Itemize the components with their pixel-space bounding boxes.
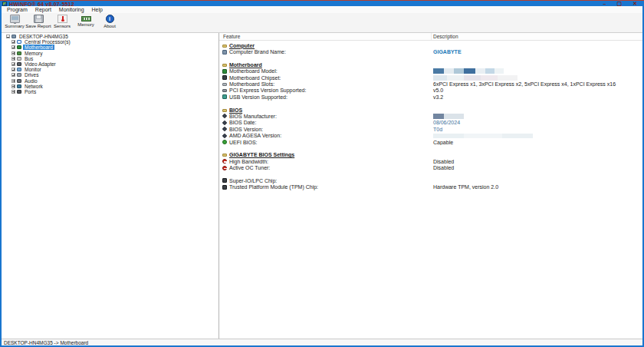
- tree-item-video-adapter[interactable]: Video Adapter: [3, 61, 218, 67]
- description-value: v3.2: [433, 94, 443, 100]
- list-row-computer-brand-name[interactable]: Computer Brand Name:GIGABYTE: [219, 48, 642, 55]
- tree-item-audio[interactable]: Audio: [3, 78, 218, 84]
- menu-help[interactable]: Help: [88, 7, 107, 12]
- redacted-value: [433, 75, 518, 81]
- drives-icon: [17, 73, 21, 77]
- tree-item-memory[interactable]: Memory: [3, 51, 218, 56]
- list-row-blank: [219, 145, 642, 151]
- tree-item-drives[interactable]: Drives: [3, 72, 218, 78]
- list-row-amd-agesa-version[interactable]: AMD AGESA Version:: [219, 132, 642, 138]
- cpu-icon: [17, 40, 21, 44]
- list-row-motherboard-model[interactable]: Motherboard Model:: [219, 68, 642, 74]
- expand-icon[interactable]: [12, 79, 15, 83]
- ram-icon: [81, 16, 91, 21]
- expand-icon[interactable]: [12, 40, 15, 44]
- list-row-super-io-lpc-chip[interactable]: Super-IO/LPC Chip:: [219, 177, 642, 183]
- summary-button[interactable]: Summary: [3, 15, 26, 32]
- feature-cell: GIGABYTE BIOS Settings: [219, 152, 432, 157]
- tree-item-desktop-hn4mg35[interactable]: DESKTOP-HN4MG35: [3, 34, 218, 39]
- description-cell: [432, 134, 642, 138]
- description-cell: [432, 68, 642, 74]
- list-row-uefi-bios[interactable]: UEFI BIOS:Capable: [219, 139, 642, 145]
- menu-monitoring[interactable]: Monitoring: [55, 7, 88, 12]
- description-value: T0d: [433, 127, 442, 132]
- tree-item-ports[interactable]: Ports: [3, 89, 218, 94]
- save-icon: [34, 15, 44, 23]
- feature-rows: ComputerComputer Brand Name:GIGABYTEMoth…: [219, 41, 642, 190]
- tree-item-label: Video Adapter: [23, 61, 58, 67]
- about-button[interactable]: iAbout: [98, 15, 121, 32]
- list-row-high-bandwidth[interactable]: High Bandwidth:Disabled: [219, 158, 642, 164]
- tree-item-label: DESKTOP-HN4MG35: [18, 34, 70, 39]
- column-header-feature[interactable]: Feature: [219, 33, 432, 40]
- tree-item-label: Ports: [23, 89, 38, 94]
- list-row-trusted-platform-module-tpm-chip[interactable]: Trusted Platform Module (TPM) Chip:Hardw…: [219, 184, 642, 190]
- expand-icon[interactable]: [12, 51, 15, 55]
- list-row-usb-version-supported[interactable]: USB Version Supported:v3.2: [219, 94, 642, 100]
- feature-label: Computer Brand Name:: [229, 49, 286, 55]
- list-row-motherboard[interactable]: Motherboard: [219, 61, 642, 68]
- description-cell: v3.2: [432, 94, 642, 100]
- section-icon: [222, 64, 227, 67]
- bios-icon: [222, 127, 228, 132]
- list-row-active-oc-tuner[interactable]: Active OC Tuner:Disabled: [219, 164, 642, 170]
- menu-program[interactable]: Program: [3, 7, 31, 12]
- menu-report[interactable]: Report: [31, 7, 55, 12]
- toolbar-button-label: Save Report: [25, 24, 51, 28]
- feature-cell: Motherboard Slots:: [219, 81, 432, 87]
- toolbar-button-label: Sensors: [54, 24, 71, 28]
- uefi-icon: [222, 140, 227, 144]
- status-bar: DESKTOP-HN4MG35 -> Motherboard: [2, 339, 642, 345]
- bios-icon: [222, 133, 228, 138]
- monitor-icon: [17, 68, 21, 71]
- save-report-button[interactable]: Save Report: [27, 15, 50, 32]
- expand-icon[interactable]: [12, 62, 15, 66]
- ports-icon: [17, 90, 21, 94]
- bus-icon: [17, 57, 21, 61]
- feature-cell: Super-IO/LPC Chip:: [219, 178, 432, 183]
- list-row-blank: [219, 55, 642, 61]
- description-cell: [432, 75, 642, 81]
- feature-cell: High Bandwidth:: [219, 159, 432, 164]
- list-row-bios-date[interactable]: BIOS Date:08/06/2024: [219, 120, 642, 126]
- computer-icon: [12, 35, 16, 38]
- tree-item-bus[interactable]: Bus: [3, 56, 218, 61]
- thermo-icon: [58, 15, 67, 23]
- feature-label: BIOS Date:: [229, 120, 256, 125]
- tree-item-network[interactable]: Network: [3, 84, 218, 89]
- feature-label: PCI Express Version Supported:: [229, 88, 306, 93]
- list-row-motherboard-chipset[interactable]: Motherboard Chipset:: [219, 74, 642, 81]
- feature-label: Motherboard Chipset:: [229, 75, 281, 81]
- tree-item-monitor[interactable]: Monitor: [3, 67, 218, 72]
- memory-button[interactable]: Memory: [74, 15, 97, 32]
- expand-icon[interactable]: [12, 73, 15, 77]
- section-icon: [222, 154, 227, 157]
- list-row-bios-version[interactable]: BIOS Version:T0d: [219, 126, 642, 132]
- expand-icon[interactable]: [12, 84, 15, 88]
- tree-item-central-processor-s[interactable]: Central Processor(s): [3, 39, 218, 45]
- main-area: DESKTOP-HN4MG35Central Processor(s)Mothe…: [2, 33, 642, 339]
- feature-cell: Computer Brand Name:: [219, 49, 432, 55]
- list-row-gigabyte-bios-settings[interactable]: GIGABYTE BIOS Settings: [219, 152, 642, 158]
- expand-icon[interactable]: [12, 57, 15, 61]
- list-row-bios-manufacturer[interactable]: BIOS Manufacturer:: [219, 113, 642, 119]
- description-cell: Disabled: [432, 159, 642, 164]
- list-row-motherboard-slots[interactable]: Motherboard Slots:6xPCI Express x1, 3xPC…: [219, 81, 642, 87]
- feature-cell: BIOS: [219, 107, 432, 113]
- slot-icon: [222, 83, 227, 86]
- tree-item-motherboard[interactable]: Motherboard: [3, 45, 218, 50]
- disabled-icon: [222, 159, 227, 164]
- list-row-pci-express-version-supported[interactable]: PCI Express Version Supported:v5.0: [219, 88, 642, 94]
- tree-item-label: Central Processor(s): [23, 39, 72, 45]
- expand-icon[interactable]: [12, 68, 15, 71]
- list-row-bios[interactable]: BIOS: [219, 107, 642, 113]
- list-row-computer[interactable]: Computer: [219, 42, 642, 48]
- description-cell: T0d: [432, 127, 642, 132]
- column-header-description[interactable]: Description: [432, 33, 642, 40]
- collapse-icon[interactable]: [6, 35, 10, 38]
- sensors-button[interactable]: Sensors: [51, 15, 74, 32]
- expand-icon[interactable]: [12, 45, 15, 49]
- motherboard-icon: [17, 45, 21, 49]
- expand-icon[interactable]: [12, 90, 15, 94]
- description-cell: 08/06/2024: [432, 120, 642, 125]
